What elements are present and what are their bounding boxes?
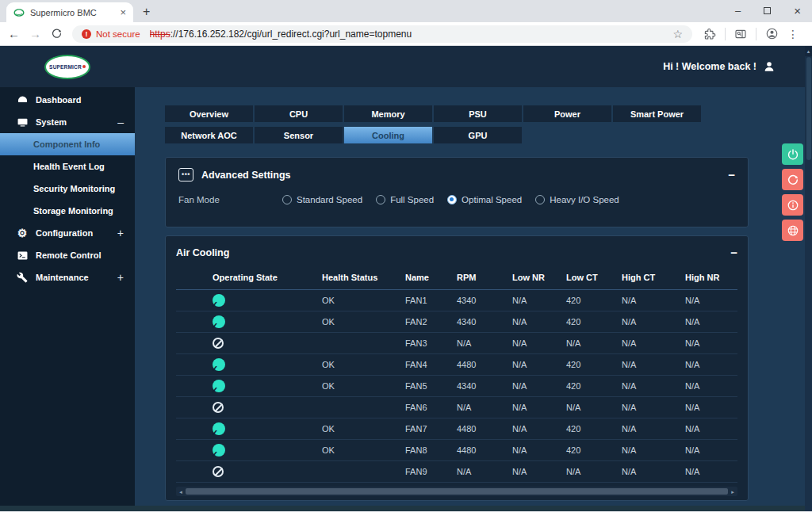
high-nr-cell: N/A (680, 290, 737, 311)
globe-action-button[interactable] (782, 220, 803, 241)
column-header-low-ct: Low CT (561, 267, 617, 290)
side-panel-search-icon[interactable] (734, 28, 747, 40)
tab-power[interactable]: Power (523, 105, 611, 122)
collapse-air-cooling-icon[interactable]: − (730, 246, 737, 258)
user-icon[interactable] (763, 60, 776, 73)
terminal-icon (16, 250, 29, 262)
fan-name-cell: FAN4 (400, 354, 452, 376)
power-action-button[interactable] (782, 143, 803, 165)
address-bar[interactable]: ! Not secure https://176.16.252.182/cgi/… (72, 25, 692, 43)
horizontal-scroll-thumb[interactable] (186, 488, 728, 495)
fan-row-fan1: OKFAN14340N/A420N/AN/A (176, 290, 737, 311)
profile-icon[interactable] (765, 27, 779, 40)
high-nr-cell: N/A (680, 376, 737, 397)
fan-name-cell: FAN2 (400, 311, 452, 333)
sidebar-item-maintenance[interactable]: Maintenance+ (0, 266, 135, 288)
low-nr-cell: N/A (508, 333, 561, 354)
fan-mode-option-standard-speed[interactable]: Standard Speed (282, 195, 362, 204)
tab-memory[interactable]: Memory (344, 105, 432, 122)
fan-mode-options: Standard SpeedFull SpeedOptimal SpeedHea… (282, 195, 619, 204)
low-ct-cell: 420 (561, 418, 617, 440)
gear-icon: ⚙ (16, 227, 29, 239)
column-header-rpm: RPM (452, 267, 508, 290)
power-icon (787, 148, 799, 161)
rpm-cell: 4480 (452, 440, 508, 461)
fan-enabled-icon (213, 380, 225, 392)
health-status-cell: OK (317, 440, 400, 461)
collapse-minus-icon[interactable]: – (117, 116, 124, 128)
sidebar-item-health-event-log[interactable]: Health Event Log (0, 155, 135, 178)
rpm-cell: 4340 (452, 311, 508, 333)
supermicro-logo[interactable]: SUPERMICR (44, 55, 90, 79)
low-nr-cell: N/A (508, 440, 561, 461)
radio-unchecked-icon[interactable] (282, 195, 292, 204)
radio-unchecked-icon[interactable] (376, 195, 385, 204)
radio-checked-icon[interactable] (447, 195, 457, 204)
expand-plus-icon[interactable]: + (117, 271, 124, 284)
bmc-page: SUPERMICR Hi ! Welcome back ! DashboardS… (0, 46, 812, 511)
fan-name-cell: FAN6 (400, 397, 452, 418)
forward-icon[interactable]: → (29, 28, 41, 40)
low-ct-cell: N/A (561, 461, 617, 483)
tab-smart-power[interactable]: Smart Power (613, 105, 701, 122)
browser-tab[interactable]: Supermicro BMC × (6, 2, 133, 22)
maximize-button[interactable] (764, 7, 771, 14)
minimize-button[interactable]: – (735, 6, 741, 16)
new-tab-button[interactable]: + (143, 6, 150, 18)
tab-cpu[interactable]: CPU (255, 105, 343, 122)
tab-cooling[interactable]: Cooling (344, 127, 432, 143)
sidebar-item-label: Component Info (33, 139, 100, 149)
extensions-icon[interactable] (703, 28, 716, 40)
fan-mode-option-heavy-i-o-speed[interactable]: Heavy I/O Speed (535, 195, 619, 204)
fan-mode-option-full-speed[interactable]: Full Speed (376, 195, 434, 204)
sidebar-item-security-monitoring[interactable]: Security Monitoring (0, 178, 135, 200)
wrench-icon (16, 272, 29, 283)
table-horizontal-scrollbar[interactable]: ◂ ▸ (176, 487, 737, 496)
sidebar-item-label: Storage Monitoring (33, 206, 113, 216)
refresh-action-button[interactable] (782, 169, 803, 190)
sidebar-item-component-info[interactable]: Component Info (0, 133, 135, 155)
expand-plus-icon[interactable]: + (117, 227, 124, 239)
not-secure-icon[interactable]: ! (82, 29, 91, 39)
tab-gpu[interactable]: GPU (434, 127, 522, 143)
sidebar-item-system[interactable]: System– (0, 111, 135, 133)
fan-mode-option-optimal-speed[interactable]: Optimal Speed (447, 195, 522, 204)
page-vertical-scrollbar[interactable]: ▲ (805, 46, 812, 511)
sidebar-item-configuration[interactable]: ⚙Configuration+ (0, 222, 135, 244)
tab-close-icon[interactable]: × (120, 7, 126, 17)
health-status-cell: OK (317, 354, 400, 376)
fan-mode-row: Fan Mode Standard SpeedFull SpeedOptimal… (178, 195, 735, 204)
browser-menu-icon[interactable]: ⋮ (787, 28, 799, 40)
scroll-right-icon[interactable]: ▸ (730, 489, 736, 495)
collapse-advanced-icon[interactable]: − (728, 169, 735, 181)
high-nr-cell: N/A (680, 397, 737, 418)
rpm-cell: N/A (452, 397, 508, 418)
radio-label: Standard Speed (297, 195, 362, 204)
browser-tab-strip: Supermicro BMC × + – × (0, 0, 812, 22)
info-action-button[interactable] (782, 194, 803, 216)
bookmark-star-icon[interactable]: ☆ (672, 28, 683, 40)
scroll-up-icon[interactable]: ▲ (805, 46, 812, 56)
radio-unchecked-icon[interactable] (535, 195, 545, 204)
rpm-cell: N/A (452, 461, 508, 483)
vertical-scroll-thumb[interactable] (806, 57, 811, 160)
sidebar-item-label: System (36, 117, 67, 127)
sidebar-item-dashboard[interactable]: Dashboard (0, 89, 135, 111)
fan-enabled-icon (213, 358, 225, 371)
not-secure-label[interactable]: Not secure (96, 29, 140, 39)
tab-network-aoc[interactable]: Network AOC (165, 127, 253, 143)
column-header-high-nr: High NR (680, 267, 737, 290)
back-icon[interactable]: ← (8, 28, 20, 40)
tab-psu[interactable]: PSU (434, 105, 522, 122)
tab-sensor[interactable]: Sensor (255, 127, 343, 143)
reload-icon[interactable] (51, 28, 63, 40)
low-ct-cell: 420 (561, 440, 617, 461)
url-text[interactable]: https://176.16.252.182/cgi/url_redirect.… (150, 29, 412, 40)
sidebar-item-remote-control[interactable]: Remote Control (0, 244, 135, 266)
close-window-button[interactable]: × (794, 5, 801, 17)
sidebar-item-storage-monitoring[interactable]: Storage Monitoring (0, 200, 135, 222)
tab-overview[interactable]: Overview (165, 105, 253, 122)
scroll-left-icon[interactable]: ◂ (178, 489, 184, 495)
sidebar-item-label: Security Monitoring (33, 184, 115, 193)
advanced-settings-title: Advanced Settings (201, 170, 291, 181)
